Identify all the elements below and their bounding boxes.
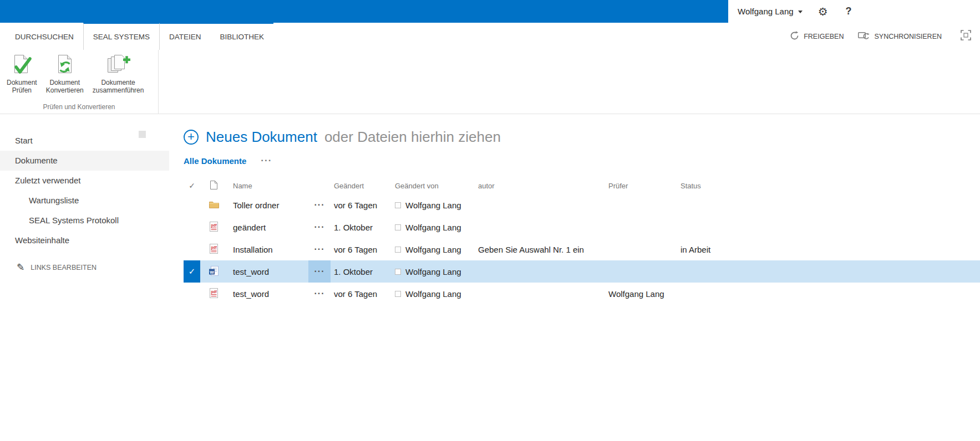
row-icon-cell: W bbox=[200, 266, 227, 278]
page-body: Start Dokumente Zuletzt verwendet Wartun… bbox=[0, 114, 980, 441]
row-modified: 1. Oktober bbox=[331, 267, 392, 276]
sidebar-item-dokumente[interactable]: Dokumente bbox=[0, 151, 169, 171]
new-document-link[interactable]: Neues Dokument bbox=[206, 129, 317, 146]
row-select-cell[interactable] bbox=[184, 194, 200, 216]
sidebar-item-zuletzt-verwendet[interactable]: Zuletzt verwendet bbox=[0, 171, 169, 191]
caret-down-icon bbox=[798, 11, 803, 13]
row-ellipsis-button[interactable]: ··· bbox=[308, 216, 331, 238]
document-name-link[interactable]: test_word bbox=[227, 289, 308, 299]
row-modified: vor 6 Tagen bbox=[331, 201, 392, 210]
share-button[interactable]: FREIGEBEN bbox=[790, 31, 844, 42]
svg-text:pdf: pdf bbox=[211, 223, 217, 227]
row-modified-by[interactable]: Wolfgang Lang bbox=[405, 223, 461, 232]
column-header-autor[interactable]: autor bbox=[475, 182, 605, 190]
ellipsis-icon: ··· bbox=[314, 244, 325, 254]
table-row[interactable]: pdf test_word ··· vor 6 Tagen Wolfgang L… bbox=[184, 283, 980, 305]
table-row-selected[interactable]: ✓ W test_word ··· bbox=[184, 260, 980, 283]
ribbon-group-buttons: Dokument Prüfen Dokument Konvertieren bbox=[0, 50, 158, 103]
pdf-file-icon: pdf bbox=[210, 244, 218, 255]
row-ellipsis-button[interactable]: ··· bbox=[308, 260, 331, 283]
header-menu-cell bbox=[308, 177, 331, 194]
document-name-link[interactable]: Installation bbox=[227, 245, 308, 254]
row-select-cell[interactable] bbox=[184, 216, 200, 238]
suite-bar: Wolfgang Lang ⚙ ? bbox=[0, 0, 980, 23]
column-header-name[interactable]: Name bbox=[227, 182, 308, 190]
dokument-pruefen-button[interactable]: Dokument Prüfen bbox=[3, 52, 40, 103]
sidebar-item-seal-systems-protokoll[interactable]: SEAL Systems Protokoll bbox=[0, 211, 169, 230]
row-modified-by-cell: Wolfgang Lang bbox=[392, 223, 475, 232]
presence-indicator bbox=[395, 269, 401, 275]
view-all-documents-link[interactable]: Alle Dokumente bbox=[184, 156, 246, 166]
column-header-geaendert-von[interactable]: Geändert von bbox=[392, 182, 475, 190]
table-row[interactable]: Toller ordner ··· vor 6 Tagen Wolfgang L… bbox=[184, 194, 980, 216]
row-status: in Arbeit bbox=[677, 245, 722, 254]
row-icon-cell: pdf bbox=[200, 288, 227, 300]
presence-indicator bbox=[395, 291, 401, 297]
button-label-line: Dokumente bbox=[101, 79, 135, 86]
table-header-row: ✓ Name Geändert Geändert von autor Prüfe… bbox=[184, 177, 980, 194]
ribbon-content: Dokument Prüfen Dokument Konvertieren bbox=[0, 50, 980, 114]
document-name-link[interactable]: geändert bbox=[227, 223, 308, 232]
column-header-label: Geändert von bbox=[395, 182, 439, 190]
tab-dateien[interactable]: DATEIEN bbox=[160, 24, 211, 50]
column-header-pruefer[interactable]: Prüfer bbox=[605, 182, 677, 190]
row-select-cell[interactable] bbox=[184, 238, 200, 260]
sidebar-item-websiteinhalte[interactable]: Websiteinhalte bbox=[0, 230, 169, 250]
pdf-file-icon: pdf bbox=[210, 288, 218, 300]
row-modified-by[interactable]: Wolfgang Lang bbox=[405, 289, 461, 299]
row-modified-by[interactable]: Wolfgang Lang bbox=[405, 201, 461, 210]
tab-durchsuchen[interactable]: DURCHSUCHEN bbox=[6, 23, 83, 50]
dokument-konvertieren-button[interactable]: Dokument Konvertieren bbox=[43, 52, 87, 103]
row-select-cell[interactable] bbox=[184, 283, 200, 305]
sidebar-item-wartungsliste[interactable]: Wartungsliste bbox=[0, 191, 169, 211]
row-icon-cell bbox=[200, 201, 227, 210]
tab-bibliothek[interactable]: BIBLIOTHEK bbox=[211, 24, 274, 50]
row-modified-by-cell: Wolfgang Lang bbox=[392, 289, 475, 299]
button-label-line: Dokument bbox=[7, 79, 37, 86]
ellipsis-icon: ··· bbox=[314, 222, 325, 232]
share-label: FREIGEBEN bbox=[804, 33, 844, 40]
row-pruefer: Wolfgang Lang bbox=[605, 289, 677, 299]
suite-bar-user-area: Wolfgang Lang ⚙ ? bbox=[728, 0, 980, 23]
row-modified-by[interactable]: Wolfgang Lang bbox=[405, 245, 461, 254]
row-ellipsis-button[interactable]: ··· bbox=[308, 238, 331, 260]
sync-button[interactable]: SYNCHRONISIEREN bbox=[858, 31, 942, 42]
column-header-status[interactable]: Status bbox=[677, 182, 722, 190]
tab-seal-systems[interactable]: SEAL SYSTEMS bbox=[83, 23, 160, 50]
table-row[interactable]: pdf Installation ··· vor 6 Tagen Wolfgan… bbox=[184, 238, 980, 260]
row-modified-by-cell: Wolfgang Lang bbox=[392, 245, 475, 254]
ribbon-right-actions: FREIGEBEN SYNCHRONISIEREN bbox=[790, 23, 980, 50]
new-document-plus-icon[interactable]: + bbox=[184, 130, 199, 145]
button-label-line: Dokument bbox=[49, 79, 80, 86]
new-document-area: + Neues Dokument oder Dateien hierhin zi… bbox=[184, 129, 980, 146]
folder-icon bbox=[209, 201, 219, 210]
row-modified-by[interactable]: Wolfgang Lang bbox=[405, 267, 461, 276]
document-check-icon bbox=[11, 53, 33, 79]
views-ellipsis-button[interactable]: ··· bbox=[261, 155, 272, 166]
row-ellipsis-button[interactable]: ··· bbox=[308, 283, 331, 305]
row-modified: vor 6 Tagen bbox=[331, 245, 392, 254]
suite-bar-brand bbox=[0, 0, 728, 23]
documents-merge-icon bbox=[105, 53, 131, 79]
document-name-link[interactable]: test_word bbox=[227, 267, 308, 276]
ellipsis-icon: ··· bbox=[314, 200, 325, 210]
column-header-geaendert[interactable]: Geändert bbox=[331, 182, 392, 190]
row-select-cell[interactable]: ✓ bbox=[184, 260, 200, 283]
gear-icon[interactable]: ⚙ bbox=[818, 6, 828, 17]
table-row[interactable]: pdf geändert ··· 1. Oktober Wolfgang Lan… bbox=[184, 216, 980, 238]
row-autor: Geben Sie Auswahl Nr. 1 ein bbox=[475, 245, 605, 254]
user-name: Wolfgang Lang bbox=[738, 7, 794, 16]
pencil-icon: ✎ bbox=[17, 263, 24, 272]
help-icon[interactable]: ? bbox=[846, 6, 852, 17]
document-name-link[interactable]: Toller ordner bbox=[227, 201, 308, 210]
header-select-cell[interactable]: ✓ bbox=[184, 177, 200, 194]
dokumente-zusammenfuehren-button[interactable]: Dokumente zusammenführen bbox=[89, 52, 148, 103]
row-ellipsis-button[interactable]: ··· bbox=[308, 194, 331, 216]
user-menu[interactable]: Wolfgang Lang bbox=[738, 7, 803, 16]
ribbon-group-label: Prüfen und Konvertieren bbox=[0, 103, 158, 114]
main-content: + Neues Dokument oder Dateien hierhin zi… bbox=[169, 114, 980, 441]
header-doctype-cell[interactable] bbox=[200, 181, 227, 191]
button-label-line: zusammenführen bbox=[93, 86, 144, 94]
edit-links-button[interactable]: ✎ LINKS BEARBEITEN bbox=[0, 263, 169, 272]
focus-on-content-button[interactable] bbox=[961, 30, 971, 43]
